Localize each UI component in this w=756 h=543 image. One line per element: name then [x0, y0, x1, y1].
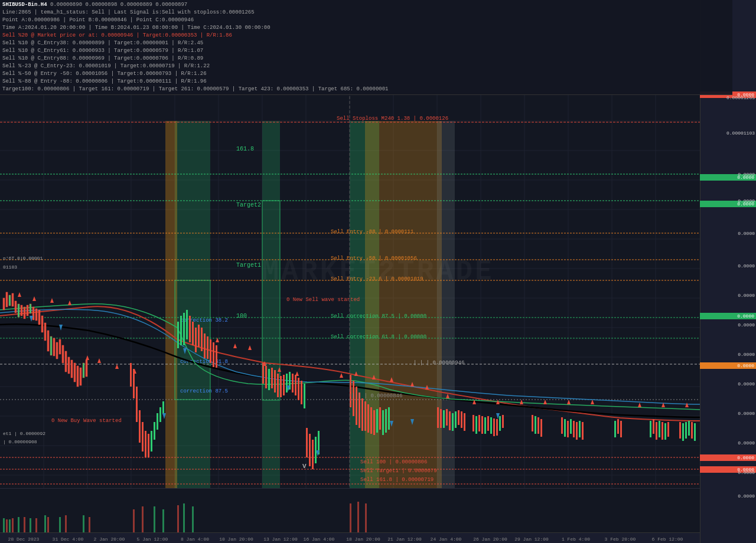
price-label-8: 0.0000: [738, 322, 755, 328]
entry-946-chart-label: | | | 0.00000946: [413, 360, 464, 366]
time-label-7: 16 Jan 4:00: [304, 537, 335, 542]
svg-rect-79: [177, 322, 179, 348]
svg-rect-53: [47, 331, 49, 351]
svg-rect-156: [573, 421, 575, 437]
info-line-11: Sell %-88 @ Entry -88: 0.00000806 | Targ…: [2, 78, 730, 86]
target1-chart-label: Target1: [236, 262, 261, 269]
svg-rect-128: [440, 409, 442, 428]
svg-rect-55: [53, 338, 55, 356]
time-label-1: 31 Dec 4:00: [53, 537, 84, 542]
point-b-chart-label: | | | 0.00000846: [351, 393, 402, 399]
svg-rect-167: [662, 422, 663, 440]
svg-rect-100: [283, 375, 285, 395]
svg-rect-92: [216, 345, 217, 368]
svg-rect-45: [24, 307, 25, 319]
svg-rect-123: [379, 407, 381, 430]
ticker-symbol: SHIBUSD-Bin.H4: [2, 2, 47, 8]
info-line-8: Sell %10 @ C_Entry88: 0.00000969 | Targe…: [2, 55, 730, 63]
svg-rect-89: [207, 336, 208, 359]
svg-rect-164: [653, 419, 654, 434]
price-label-13: 0.0000: [738, 470, 755, 475]
svg-rect-222: [83, 515, 84, 533]
svg-rect-218: [18, 517, 19, 533]
svg-rect-87: [201, 328, 203, 351]
svg-rect-223: [154, 506, 155, 533]
svg-rect-99: [280, 376, 282, 397]
svg-rect-63: [77, 366, 79, 387]
svg-rect-118: [364, 401, 366, 431]
main-chart[interactable]: 161.8 Target2 Target1 100 correction 38.…: [0, 91, 700, 532]
svg-rect-66: [86, 360, 87, 377]
svg-rect-60: [68, 357, 70, 374]
svg-rect-224: [162, 509, 164, 533]
svg-rect-125: [385, 409, 387, 433]
svg-rect-115: [356, 387, 357, 425]
svg-rect-166: [659, 421, 660, 437]
price-label-1: 0.00001265: [726, 95, 755, 100]
svg-rect-140: [481, 416, 483, 434]
svg-rect-220: [44, 515, 46, 533]
svg-rect-74: [151, 431, 152, 452]
sell-entry: Sell %20 @ Market price or at: 0.0000094…: [2, 32, 232, 38]
svg-rect-133: [455, 411, 457, 428]
svg-rect-73: [148, 434, 149, 457]
sell-corr-618-label: Sell correction 61.8 | 0.00000: [331, 334, 426, 340]
svg-rect-159: [582, 422, 584, 440]
info-line-12: Target100: 0.00000806 | Target 161: 0.00…: [2, 86, 730, 93]
time-label-14: 3 Feb 20:00: [605, 537, 636, 542]
svg-rect-235: [142, 506, 144, 533]
svg-rect-49: [35, 309, 37, 320]
svg-rect-158: [579, 421, 581, 437]
svg-rect-234: [133, 509, 135, 533]
svg-rect-69: [136, 387, 138, 422]
left-label-1: n'6T.8|0.00001: [3, 256, 43, 261]
svg-rect-42: [15, 301, 17, 313]
svg-rect-117: [361, 398, 363, 431]
svg-rect-229: [24, 517, 25, 533]
current-price-badge: 0.0000: [700, 362, 756, 369]
svg-rect-145: [496, 419, 498, 436]
svg-rect-228: [12, 518, 14, 533]
svg-rect-106: [301, 381, 302, 404]
svg-rect-52: [44, 323, 46, 341]
stoploss-chart-label: Sell Stoploss M240 1.38 | 0.0000126: [337, 116, 448, 122]
svg-rect-48: [32, 307, 34, 320]
svg-rect-51: [41, 316, 43, 332]
svg-rect-217: [9, 519, 11, 533]
svg-rect-161: [617, 419, 619, 434]
time-label-8: 18 Jan 20:00: [346, 537, 380, 542]
svg-rect-154: [567, 421, 569, 437]
svg-rect-232: [65, 515, 67, 533]
svg-rect-41: [12, 293, 14, 306]
svg-rect-120: [370, 407, 372, 434]
svg-rect-76: [157, 413, 158, 430]
svg-rect-103: [292, 374, 294, 392]
info-line-6: Sell %10 @ C_Entry38: 0.00000899 | Targe…: [2, 40, 730, 47]
svg-rect-143: [490, 417, 492, 434]
svg-rect-172: [685, 422, 687, 439]
svg-rect-136: [464, 413, 465, 431]
svg-rect-163: [650, 421, 651, 437]
svg-rect-127: [437, 407, 439, 428]
svg-rect-173: [688, 421, 690, 436]
svg-rect-111: [315, 437, 317, 463]
svg-rect-94: [265, 366, 267, 388]
svg-rect-170: [679, 422, 681, 439]
svg-rect-175: [694, 423, 696, 441]
fib-1618-label: 161.8: [236, 146, 254, 152]
svg-rect-165: [656, 422, 657, 440]
time-label-2: 2 Jan 20:00: [94, 537, 125, 542]
new-buy-wave-label: 0 New Buy Wave started: [51, 418, 122, 424]
svg-rect-236: [177, 505, 179, 533]
svg-rect-97: [274, 370, 276, 392]
svg-rect-135: [461, 411, 462, 428]
svg-rect-101: [286, 374, 288, 392]
left-label-3: et1 | 0.0000092: [3, 431, 45, 436]
svg-rect-57: [59, 339, 61, 354]
svg-rect-77: [159, 407, 161, 422]
svg-rect-131: [449, 411, 451, 430]
top-info-panel: SHIBUSD-Bin.H4 0.00000890 0.00000898 0.0…: [0, 0, 732, 95]
ticker-line: SHIBUSD-Bin.H4 0.00000890 0.00000898 0.0…: [2, 1, 730, 9]
svg-rect-31: [262, 121, 280, 532]
time-label-13: 1 Feb 4:00: [562, 537, 590, 542]
